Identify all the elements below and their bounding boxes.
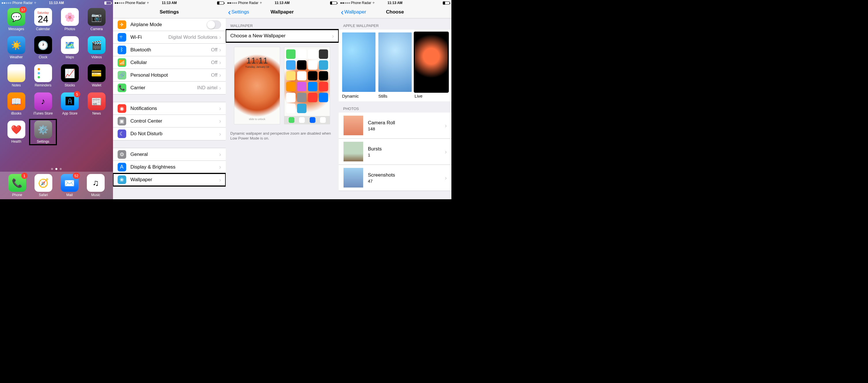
settings-list: ✈Airplane ModeᯤWi-FiDigital World Soluti… — [113, 19, 226, 186]
chevron-icon: › — [219, 85, 221, 91]
home-screen: Phone Radar ᯤ 11:13 AM 💬37MessagesSaturd… — [0, 0, 113, 199]
row-icon: ☾ — [118, 130, 126, 138]
nav-header: Settings — [113, 6, 226, 19]
row-icon: ᯤ — [118, 33, 126, 42]
back-button[interactable]: Settings — [228, 9, 249, 15]
nav-header: Wallpaper Choose — [339, 6, 452, 19]
battery-icon — [217, 1, 224, 5]
chevron-icon: › — [219, 131, 221, 137]
wallpaper-screen: Phone Radar ᯤ 11:13 AM Settings Wallpape… — [226, 0, 339, 199]
app-grid: 💬37MessagesSaturday24Calendar🌸Photos📷Cam… — [0, 0, 113, 144]
row-icon: ⚙ — [118, 150, 126, 159]
chevron-icon: › — [219, 164, 221, 170]
wifi-icon: ᯤ — [147, 1, 150, 5]
row-icon: ✈ — [118, 21, 126, 29]
app-calendar[interactable]: Saturday24Calendar — [31, 8, 55, 31]
settings-row-do-not-disturb[interactable]: ☾Do Not Disturb› — [113, 128, 226, 140]
app-app-store[interactable]: 🅰5App Store — [58, 93, 82, 115]
albums-list: Camera Roll148›Bursts1›Screenshots47› — [339, 112, 452, 191]
row-icon: ❀ — [118, 175, 126, 184]
toggle[interactable] — [207, 21, 221, 29]
row-icon: 📞 — [118, 83, 126, 92]
wallpaper-category-dynamic[interactable]: Dynamic — [342, 32, 375, 99]
row-icon: 🔗 — [118, 71, 126, 79]
wallpaper-category-live[interactable]: Live — [414, 32, 448, 99]
choose-wallpaper-row[interactable]: Choose a New Wallpaper › — [226, 30, 339, 42]
row-icon: 📶 — [118, 58, 126, 67]
app-stocks[interactable]: 📈Stocks — [58, 64, 82, 87]
app-messages[interactable]: 💬37Messages — [4, 8, 28, 31]
chevron-icon: › — [219, 118, 221, 124]
app-settings[interactable]: ⚙️Settings — [29, 119, 57, 145]
row-icon: ▣ — [118, 117, 126, 126]
home-screen-preview[interactable] — [284, 47, 330, 124]
battery-icon — [330, 1, 337, 5]
status-time: 11:13 AM — [162, 1, 177, 5]
app-news[interactable]: 📰News — [84, 93, 109, 115]
app-videos[interactable]: 🎬Videos — [84, 36, 109, 59]
chevron-icon: › — [219, 72, 221, 78]
section-header: PHOTOS — [339, 101, 452, 112]
settings-row-airplane-mode[interactable]: ✈Airplane Mode — [113, 19, 226, 31]
app-camera[interactable]: 📷Camera — [84, 8, 109, 31]
album-bursts[interactable]: Bursts1› — [339, 139, 452, 165]
app-maps[interactable]: 🗺️Maps — [58, 36, 82, 59]
dock-app-music[interactable]: ♫Music — [87, 174, 105, 197]
wallpaper-categories: DynamicStillsLive — [339, 30, 452, 101]
status-bar: Phone Radar ᯤ 11:13 AM — [0, 0, 113, 6]
settings-row-wi-fi[interactable]: ᯤWi-FiDigital World Solutions› — [113, 31, 226, 44]
app-wallet[interactable]: 💳Wallet — [84, 64, 109, 87]
settings-row-general[interactable]: ⚙General› — [113, 148, 226, 161]
app-clock[interactable]: 🕐Clock — [31, 36, 55, 59]
chevron-icon: › — [219, 177, 221, 183]
chevron-icon: › — [219, 151, 221, 158]
app-notes[interactable]: Notes — [4, 64, 28, 87]
album-thumb — [343, 142, 364, 162]
chevron-icon: › — [219, 105, 221, 112]
chevron-icon: › — [332, 33, 334, 39]
battery-icon — [443, 1, 450, 5]
settings-row-bluetooth[interactable]: ᛒBluetoothOff› — [113, 44, 226, 56]
status-time: 11:13 AM — [275, 1, 289, 5]
app-ibooks[interactable]: 📖iBooks — [4, 93, 28, 115]
row-icon: A — [118, 163, 126, 171]
chevron-icon: › — [219, 34, 221, 40]
section-header: APPLE WALLPAPER — [339, 19, 452, 30]
lock-screen-preview[interactable]: 11:11 Tuesday, January 19 slide to unloc… — [234, 47, 280, 124]
chevron-icon: › — [445, 122, 447, 129]
status-bar: Phone Radar ᯤ 11:13 AM — [339, 0, 452, 6]
dock-app-safari[interactable]: 🧭Safari — [34, 174, 52, 197]
nav-header: Settings Wallpaper — [226, 6, 339, 19]
app-itunes-store[interactable]: ♪iTunes Store — [31, 93, 55, 115]
settings-row-personal-hotspot[interactable]: 🔗Personal HotspotOff› — [113, 69, 226, 81]
settings-row-wallpaper[interactable]: ❀Wallpaper› — [113, 173, 226, 186]
settings-row-notifications[interactable]: ◉Notifications› — [113, 102, 226, 115]
album-screenshots[interactable]: Screenshots47› — [339, 165, 452, 191]
chevron-icon: › — [445, 148, 447, 155]
app-health[interactable]: ❤️Health — [4, 120, 28, 144]
status-time: 11:13 AM — [388, 1, 403, 5]
chevron-icon: › — [219, 59, 221, 66]
app-reminders[interactable]: Reminders — [31, 64, 55, 87]
settings-row-carrier[interactable]: 📞CarrierIND airtel› — [113, 81, 226, 94]
dock-app-phone[interactable]: 📞1Phone — [8, 174, 26, 197]
nav-title: Settings — [160, 9, 179, 15]
wallpaper-category-stills[interactable]: Stills — [378, 32, 412, 99]
status-bar: Phone Radar ᯤ 11:13 AM — [226, 0, 339, 6]
app-weather[interactable]: ☀️Weather — [4, 36, 28, 59]
wallpaper-previews: 11:11 Tuesday, January 19 slide to unloc… — [226, 42, 339, 129]
row-icon: ◉ — [118, 104, 126, 113]
album-camera-roll[interactable]: Camera Roll148› — [339, 112, 452, 139]
footer-text: Dynamic wallpaper and perspective zoom a… — [226, 129, 339, 143]
dock-app-mail[interactable]: ✉️52Mail — [61, 174, 79, 197]
battery-icon — [104, 1, 111, 5]
wifi-icon: ᯤ — [259, 1, 263, 5]
settings-row-display-brightness[interactable]: ADisplay & Brightness› — [113, 161, 226, 173]
app-photos[interactable]: 🌸Photos — [58, 8, 82, 31]
wifi-icon: ᯤ — [372, 1, 376, 5]
settings-row-cellular[interactable]: 📶CellularOff› — [113, 56, 226, 69]
settings-row-control-center[interactable]: ▣Control Center› — [113, 115, 226, 128]
chevron-icon: › — [445, 175, 447, 181]
status-time: 11:13 AM — [49, 1, 64, 5]
back-button[interactable]: Wallpaper — [341, 9, 366, 15]
